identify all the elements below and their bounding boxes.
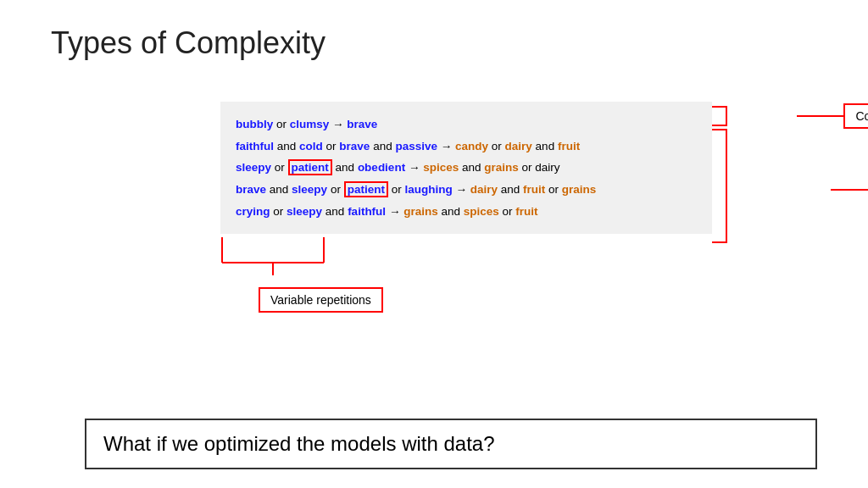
rule-line-5: crying or sleepy and faithful → grains a…	[236, 201, 697, 223]
word-fruit-1: fruit	[558, 140, 580, 152]
cognitive-hline	[797, 115, 843, 117]
arrow-1: →	[332, 118, 347, 130]
word-passive: passive	[395, 140, 437, 152]
rule-box: bubbly or clumsy → brave faithful and co…	[220, 102, 712, 234]
main-content: bubbly or clumsy → brave faithful and co…	[51, 102, 817, 287]
word-patient-2: patient	[344, 181, 388, 197]
cognitive-callout-area: Cognitive chunks	[797, 103, 868, 129]
word-fruit-2: fruit	[523, 183, 545, 196]
word-obedient: obedient	[358, 161, 405, 174]
word-spices-1: spices	[423, 161, 459, 174]
variable-rep-area: Variable repetitions	[136, 237, 817, 287]
word-grains-1: grains	[484, 161, 519, 174]
word-patient-1: patient	[288, 159, 332, 175]
question-box: What if we optimized the models with dat…	[85, 419, 817, 469]
word-faithful: faithful	[236, 140, 274, 152]
word-fruit-3: fruit	[515, 205, 537, 218]
word-brave-3: brave	[236, 183, 266, 196]
variable-rep-callout-box: Variable repetitions	[259, 287, 383, 313]
model-size-callout-area: Model size	[831, 177, 868, 202]
cognitive-bracket	[712, 106, 727, 126]
rule-line-4: brave and sleepy or patient or laughing …	[236, 179, 697, 201]
word-dairy-1: dairy	[505, 140, 532, 152]
rule-line-1: bubbly or clumsy → brave	[236, 114, 697, 136]
word-brave-1: brave	[347, 118, 377, 130]
word-faithful-2: faithful	[348, 205, 386, 218]
word-laughing: laughing	[404, 183, 452, 196]
word-cold: cold	[299, 140, 323, 152]
word-brave-2: brave	[339, 140, 370, 152]
word-clumsy: clumsy	[290, 118, 330, 130]
word-bubbly: bubbly	[236, 118, 273, 130]
or-1: or	[276, 118, 290, 130]
model-size-bracket	[712, 129, 727, 243]
word-sleepy-1: sleepy	[236, 161, 271, 174]
model-hline	[831, 189, 868, 191]
word-grains-3: grains	[403, 205, 438, 218]
word-candy: candy	[455, 140, 488, 152]
rule-line-3: sleepy or patient and obedient → spices …	[236, 157, 697, 179]
word-spices-2: spices	[464, 205, 499, 218]
word-dairy-2: dairy	[535, 161, 559, 174]
variable-rep-bracket-svg	[188, 237, 375, 284]
word-sleepy-3: sleepy	[287, 205, 322, 218]
page-title: Types of Complexity	[51, 25, 326, 61]
word-dairy-3: dairy	[470, 183, 498, 196]
word-sleepy-2: sleepy	[292, 183, 327, 196]
word-crying: crying	[236, 205, 270, 218]
cognitive-callout-box: Cognitive chunks	[843, 103, 868, 129]
rule-line-2: faithful and cold or brave and passive →…	[236, 136, 697, 158]
word-grains-2: grains	[562, 183, 597, 196]
